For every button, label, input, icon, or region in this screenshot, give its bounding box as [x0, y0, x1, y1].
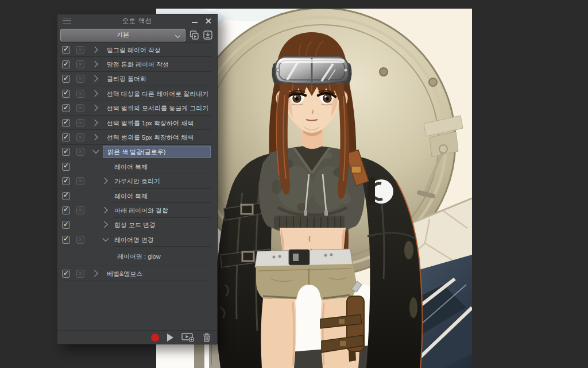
dialog-checkbox[interactable]: ✕ — [76, 46, 84, 54]
action-row[interactable]: ✓✕베벨&엠보스 — [60, 266, 211, 281]
action-row[interactable]: ✓✕레이어명 변경 — [60, 232, 211, 247]
enable-checkbox[interactable]: ✓ — [62, 206, 70, 214]
action-list: ✓✕밑그림 레이어 작성✓✕망점 톤화 레이어 작성✓✕클리핑 폴더화✓✕선택 … — [60, 42, 211, 281]
enable-checkbox[interactable]: ✓ — [62, 104, 70, 112]
play-icon[interactable] — [167, 334, 173, 342]
workspace: 오토 액션 기본 — [0, 0, 588, 368]
enable-checkbox[interactable]: ✓ — [62, 177, 70, 185]
enable-checkbox[interactable]: ✓ — [62, 133, 70, 141]
chevron-right-icon[interactable] — [92, 75, 100, 83]
action-label: 레이어 복제 — [114, 191, 148, 200]
dialog-checkbox[interactable]: ✕ — [76, 206, 84, 214]
dialog-checkbox[interactable]: ✕ — [76, 75, 84, 83]
auto-action-panel: 오토 액션 기본 — [57, 14, 218, 344]
enable-checkbox[interactable]: ✓ — [62, 46, 70, 54]
action-row[interactable]: ✓✕밝은 색 발광(글로우) — [60, 145, 211, 159]
close-icon[interactable] — [205, 18, 211, 24]
action-row[interactable]: ✓✕아래 레이어와 결합 — [60, 203, 211, 217]
chevron-down-icon[interactable] — [92, 148, 100, 156]
dialog-checkbox[interactable]: ✕ — [76, 177, 84, 185]
action-row[interactable]: ✓합성 모드 변경 — [60, 218, 211, 232]
action-row[interactable]: ✓✕밑그림 레이어 작성 — [60, 43, 211, 57]
action-row[interactable]: 레이어명 : glow — [60, 247, 211, 266]
action-label: 합성 모드 변경 — [114, 221, 156, 229]
dialog-checkbox[interactable]: ✕ — [76, 119, 84, 127]
chevron-right-icon[interactable] — [92, 134, 100, 141]
action-set-list-icon[interactable] — [188, 29, 199, 41]
enable-checkbox[interactable]: ✓ — [62, 60, 70, 68]
chevron-down-icon — [175, 32, 180, 37]
enable-checkbox[interactable]: ✓ — [62, 90, 70, 98]
chevron-right-icon[interactable] — [92, 105, 100, 112]
action-label: 레이어 복제 — [114, 162, 148, 171]
enable-checkbox[interactable]: ✓ — [62, 75, 70, 83]
add-auto-action-icon[interactable] — [181, 332, 195, 342]
dialog-checkbox[interactable]: ✕ — [76, 90, 84, 98]
action-label: 선택 범위를 1px 확장하여 채색 — [107, 118, 194, 127]
action-row[interactable]: ✓✕선택 범위를 1px 확장하여 채색 — [60, 116, 211, 130]
enable-checkbox[interactable]: ✓ — [62, 119, 70, 127]
action-row[interactable]: ✓✕선택 대상을 다른 레이어로 잘라내기 — [60, 86, 211, 101]
action-label: 클리핑 폴더화 — [107, 75, 146, 83]
enable-checkbox[interactable]: ✓ — [62, 221, 70, 229]
chevron-right-icon[interactable] — [92, 119, 100, 126]
panel-toolbar: 기본 — [57, 27, 217, 42]
action-row[interactable]: ✓✕선택 범위의 모서리를 둥글게 그리기 — [60, 101, 211, 116]
dialog-checkbox[interactable]: ✕ — [76, 60, 84, 68]
enable-checkbox[interactable]: ✓ — [62, 192, 70, 200]
chevron-right-icon[interactable] — [102, 221, 110, 229]
action-row[interactable]: ✓✕선택 범위를 5px 확장하여 채색 — [60, 130, 211, 144]
dialog-checkbox[interactable]: ✕ — [76, 270, 84, 278]
chevron-right-icon[interactable] — [92, 61, 100, 68]
panel-titlebar[interactable]: 오토 액션 — [57, 14, 217, 27]
action-label: 베벨&엠보스 — [107, 270, 142, 278]
delete-icon[interactable] — [203, 333, 211, 342]
action-row[interactable]: ✓✕가우시안 흐리기 — [60, 174, 211, 189]
chevron-right-icon[interactable] — [92, 46, 100, 53]
action-label: 망점 톤화 레이어 작성 — [107, 60, 169, 69]
dialog-checkbox[interactable]: ✕ — [76, 236, 84, 244]
import-icon[interactable] — [203, 29, 214, 41]
action-row[interactable]: ✓✕망점 톤화 레이어 작성 — [60, 57, 211, 71]
action-label: 선택 범위의 모서리를 둥글게 그리기 — [107, 104, 208, 113]
action-row[interactable]: ✓✕클리핑 폴더화 — [60, 72, 211, 86]
action-label: 밑그림 레이어 작성 — [107, 45, 161, 54]
chevron-down-icon[interactable] — [102, 236, 110, 243]
panel-footer — [57, 330, 217, 344]
enable-checkbox[interactable]: ✓ — [62, 270, 70, 278]
dialog-checkbox[interactable]: ✕ — [76, 148, 84, 156]
chevron-right-icon[interactable] — [92, 270, 100, 278]
action-row[interactable]: ✓레이어 복제 — [60, 159, 211, 174]
chevron-right-icon[interactable] — [102, 206, 110, 214]
dialog-checkbox[interactable]: ✕ — [76, 104, 84, 112]
action-label: 선택 범위를 5px 확장하여 채색 — [107, 133, 194, 142]
action-label: 밝은 색 발광(글로우) — [103, 146, 211, 158]
enable-checkbox[interactable]: ✓ — [62, 163, 70, 171]
action-set-value: 기본 — [117, 30, 129, 39]
dialog-checkbox[interactable]: ✕ — [76, 133, 84, 141]
action-label: 선택 대상을 다른 레이어로 잘라내기 — [107, 89, 208, 98]
action-label: 레이어명 : glow — [117, 252, 161, 261]
action-label: 레이어명 변경 — [114, 235, 154, 244]
enable-checkbox[interactable]: ✓ — [62, 148, 70, 156]
enable-checkbox[interactable]: ✓ — [62, 236, 70, 244]
chevron-right-icon[interactable] — [102, 178, 110, 185]
chevron-right-icon[interactable] — [92, 90, 100, 97]
action-label: 가우시안 흐리기 — [114, 177, 160, 186]
action-row[interactable]: ✓레이어 복제 — [60, 189, 211, 203]
record-icon[interactable] — [151, 334, 159, 342]
panel-title: 오토 액션 — [57, 17, 217, 25]
action-label: 아래 레이어와 결합 — [114, 206, 168, 214]
action-set-dropdown[interactable]: 기본 — [60, 29, 185, 41]
